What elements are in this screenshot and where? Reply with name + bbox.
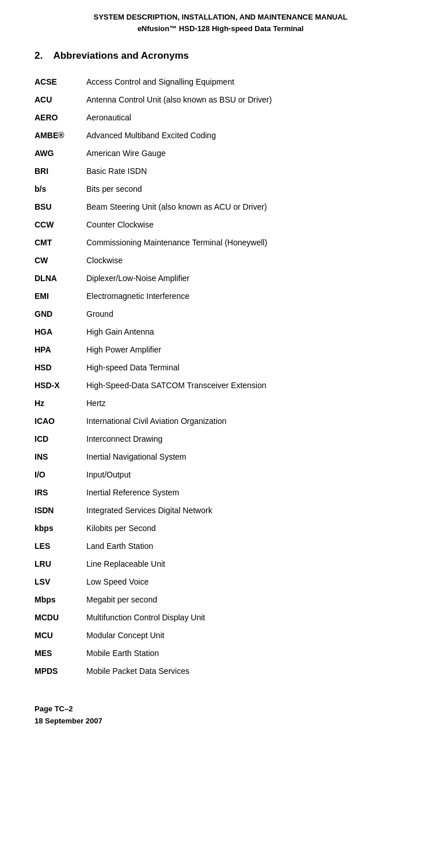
abbreviation-definition: Mobile Earth Station [86, 645, 406, 662]
table-row: GNDGround [35, 305, 406, 323]
table-row: HPAHigh Power Amplifier [35, 341, 406, 359]
table-row: MPDSMobile Packet Data Services [35, 662, 406, 680]
abbreviation-term: INS [35, 448, 86, 466]
abbreviation-term: MCDU [35, 609, 86, 627]
abbreviation-definition: Integrated Services Digital Network [86, 502, 406, 520]
table-row: kbpsKilobits per Second [35, 520, 406, 537]
table-row: CMTCommissioning Maintenance Terminal (H… [35, 234, 406, 252]
abbreviation-term: HSD-X [35, 377, 86, 395]
page-header: SYSTEM DESCRIPTION, INSTALLATION, AND MA… [35, 12, 406, 34]
table-row: EMIElectromagnetic Interference [35, 287, 406, 305]
abbreviation-term: AMBE® [35, 127, 86, 145]
abbreviation-term: HGA [35, 323, 86, 341]
header-line1: SYSTEM DESCRIPTION, INSTALLATION, AND MA… [35, 12, 406, 23]
table-row: BSUBeam Steering Unit (also known as ACU… [35, 198, 406, 216]
abbreviation-definition: Bits per second [86, 180, 406, 198]
abbreviation-definition: Inertial Reference System [86, 484, 406, 502]
abbreviation-definition: Modular Concept Unit [86, 627, 406, 645]
table-row: ISDNIntegrated Services Digital Network [35, 502, 406, 520]
section-title: 2. Abbreviations and Acronyms [35, 50, 406, 62]
abbreviation-definition: Multifunction Control Display Unit [86, 609, 406, 627]
table-row: HSD-XHigh-Speed-Data SATCOM Transceiver … [35, 377, 406, 395]
abbreviation-term: LES [35, 537, 86, 555]
page-footer: Page TC–2 18 September 2007 [35, 703, 406, 727]
abbreviation-term: GND [35, 305, 86, 323]
abbreviation-definition: Land Earth Station [86, 537, 406, 555]
footer-page: Page TC–2 [35, 703, 406, 715]
abbreviation-term: Hz [35, 395, 86, 412]
table-row: IRSInertial Reference System [35, 484, 406, 502]
table-row: HSDHigh-speed Data Terminal [35, 359, 406, 377]
table-row: MbpsMegabit per second [35, 591, 406, 609]
abbreviation-term: AWG [35, 145, 86, 162]
table-row: LESLand Earth Station [35, 537, 406, 555]
abbreviation-definition: Interconnect Drawing [86, 430, 406, 448]
abbreviation-definition: Basic Rate ISDN [86, 162, 406, 180]
abbreviation-definition: Antenna Control Unit (also known as BSU … [86, 91, 406, 109]
abbreviation-term: CMT [35, 234, 86, 252]
abbreviation-term: HSD [35, 359, 86, 377]
abbreviation-term: EMI [35, 287, 86, 305]
abbreviation-definition: Low Speed Voice [86, 573, 406, 591]
section-heading: Abbreviations and Acronyms [53, 50, 189, 61]
table-row: BRIBasic Rate ISDN [35, 162, 406, 180]
abbreviation-definition: Ground [86, 305, 406, 323]
table-row: HzHertz [35, 395, 406, 412]
abbreviation-term: LSV [35, 573, 86, 591]
abbreviation-term: CW [35, 252, 86, 270]
abbreviation-term: b/s [35, 180, 86, 198]
abbreviation-term: Mbps [35, 591, 86, 609]
abbreviation-definition: Beam Steering Unit (also known as ACU or… [86, 198, 406, 216]
table-row: ICAOInternational Civil Aviation Organiz… [35, 412, 406, 430]
abbreviation-definition: High-speed Data Terminal [86, 359, 406, 377]
table-row: INSInertial Navigational System [35, 448, 406, 466]
abbreviation-definition: Diplexer/Low-Noise Amplifier [86, 270, 406, 287]
abbreviation-term: BSU [35, 198, 86, 216]
abbreviation-definition: Advanced Multiband Excited Coding [86, 127, 406, 145]
abbreviation-term: MES [35, 645, 86, 662]
abbreviation-definition: Kilobits per Second [86, 520, 406, 537]
abbreviation-term: LRU [35, 555, 86, 573]
abbreviation-term: ACSE [35, 73, 86, 91]
abbreviation-definition: Access Control and Signalling Equipment [86, 73, 406, 91]
abbreviation-definition: Counter Clockwise [86, 216, 406, 234]
abbreviation-term: BRI [35, 162, 86, 180]
abbreviation-term: ACU [35, 91, 86, 109]
abbreviation-definition: Mobile Packet Data Services [86, 662, 406, 680]
abbreviation-definition: Line Replaceable Unit [86, 555, 406, 573]
abbreviation-term: ICAO [35, 412, 86, 430]
abbreviation-term: DLNA [35, 270, 86, 287]
abbreviation-term: AERO [35, 109, 86, 127]
abbreviation-definition: Megabit per second [86, 591, 406, 609]
table-row: CWClockwise [35, 252, 406, 270]
footer-date: 18 September 2007 [35, 715, 406, 727]
table-row: HGAHigh Gain Antenna [35, 323, 406, 341]
abbreviation-term: MCU [35, 627, 86, 645]
abbreviation-definition: Input/Output [86, 466, 406, 484]
abbreviation-definition: High-Speed-Data SATCOM Transceiver Exten… [86, 377, 406, 395]
abbreviation-term: IRS [35, 484, 86, 502]
abbreviation-term: CCW [35, 216, 86, 234]
abbreviation-term: ICD [35, 430, 86, 448]
abbreviation-definition: Inertial Navigational System [86, 448, 406, 466]
table-row: AEROAeronautical [35, 109, 406, 127]
table-row: MESMobile Earth Station [35, 645, 406, 662]
abbreviation-term: kbps [35, 520, 86, 537]
abbreviation-definition: Hertz [86, 395, 406, 412]
abbreviation-term: HPA [35, 341, 86, 359]
abbreviation-definition: International Civil Aviation Organizatio… [86, 412, 406, 430]
table-row: MCDUMultifunction Control Display Unit [35, 609, 406, 627]
table-row: I/OInput/Output [35, 466, 406, 484]
table-row: CCWCounter Clockwise [35, 216, 406, 234]
header-line2: eNfusion™ HSD-128 High-speed Data Termin… [35, 23, 406, 35]
table-row: LRULine Replaceable Unit [35, 555, 406, 573]
abbreviation-definition: High Power Amplifier [86, 341, 406, 359]
table-row: ICDInterconnect Drawing [35, 430, 406, 448]
abbreviation-definition: Aeronautical [86, 109, 406, 127]
abbreviation-term: ISDN [35, 502, 86, 520]
abbreviations-table: ACSEAccess Control and Signalling Equipm… [35, 73, 406, 680]
abbreviation-definition: American Wire Gauge [86, 145, 406, 162]
table-row: MCUModular Concept Unit [35, 627, 406, 645]
table-row: AMBE®Advanced Multiband Excited Coding [35, 127, 406, 145]
table-row: LSVLow Speed Voice [35, 573, 406, 591]
